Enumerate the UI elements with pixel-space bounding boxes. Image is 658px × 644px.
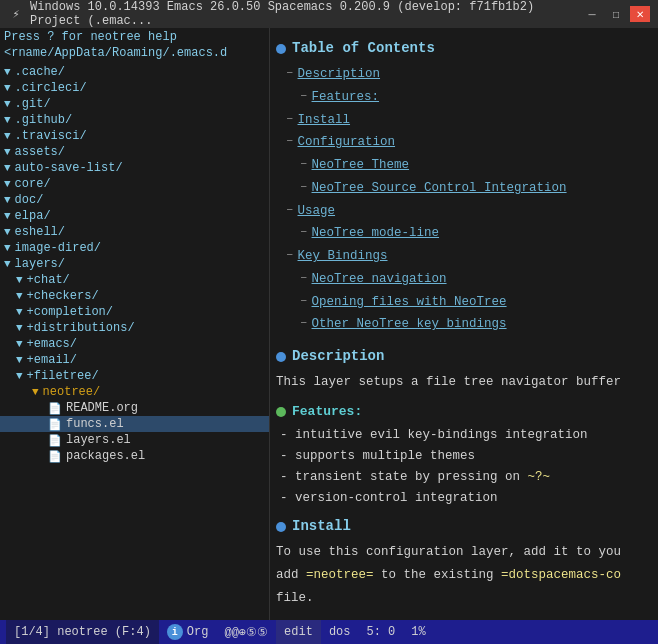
toc-title: Table of Contents <box>292 38 435 59</box>
content-panel[interactable]: Table of Contents – Description – Featur… <box>270 28 658 620</box>
tree-label: +email/ <box>27 353 77 367</box>
tree-folder-layers[interactable]: ▼ layers/ <box>0 256 269 272</box>
folder-icon: ▼ <box>4 130 11 142</box>
toc-link-neotree-sci[interactable]: NeoTree Source Control Integration <box>312 178 567 199</box>
folder-icon: ▼ <box>4 146 11 158</box>
tree-label: doc/ <box>15 193 44 207</box>
main-area: Press ? for neotree help <rname/AppData/… <box>0 28 658 620</box>
tree-folder-core[interactable]: ▼ core/ <box>0 176 269 192</box>
neotree-panel[interactable]: Press ? for neotree help <rname/AppData/… <box>0 28 270 620</box>
toc-item-install[interactable]: – Install <box>276 109 652 132</box>
toc-link-features[interactable]: Features: <box>312 87 380 108</box>
tree-label: layers/ <box>15 257 65 271</box>
status-buffer-text: neotree (F:4) <box>57 625 151 639</box>
tree-folder-email[interactable]: ▼ +email/ <box>0 352 269 368</box>
window-title: Windows 10.0.14393 Emacs 26.0.50 Spacema… <box>30 0 576 28</box>
tree-folder-completion[interactable]: ▼ +completion/ <box>0 304 269 320</box>
toc-bullet <box>276 44 286 54</box>
toc-link-usage[interactable]: Usage <box>298 201 336 222</box>
tree-label: README.org <box>66 401 138 415</box>
folder-icon: ▼ <box>16 322 23 334</box>
tree-label: +distributions/ <box>27 321 135 335</box>
toc-link-neotree-theme[interactable]: NeoTree Theme <box>312 155 410 176</box>
toc-item-modeline[interactable]: – NeoTree mode-line <box>276 222 652 245</box>
feature-item-4: - version-control integration <box>276 488 652 509</box>
toc-link-keybindings[interactable]: Key Bindings <box>298 246 388 267</box>
tree-folder-autosave[interactable]: ▼ auto-save-list/ <box>0 160 269 176</box>
tree-file-readme[interactable]: 📄 README.org <box>0 400 269 416</box>
toc-link-nav[interactable]: NeoTree navigation <box>312 269 447 290</box>
tree-folder-filetree[interactable]: ▼ +filetree/ <box>0 368 269 384</box>
description-title: Description <box>292 346 384 367</box>
tree-folder-checkers[interactable]: ▼ +checkers/ <box>0 288 269 304</box>
toc-link-install[interactable]: Install <box>298 110 351 131</box>
toc-item-features[interactable]: – Features: <box>276 86 652 109</box>
install-header: Install <box>276 516 652 537</box>
tree-folder-assets[interactable]: ▼ assets/ <box>0 144 269 160</box>
maximize-button[interactable]: □ <box>606 6 626 22</box>
install-text3: file. <box>276 587 652 610</box>
toc-link-description[interactable]: Description <box>298 64 381 85</box>
tree-label: elpa/ <box>15 209 51 223</box>
tree-folder-elpa[interactable]: ▼ elpa/ <box>0 208 269 224</box>
toc-link-other[interactable]: Other NeoTree key bindings <box>312 314 507 335</box>
toc-item-neotree-theme[interactable]: – NeoTree Theme <box>276 154 652 177</box>
tree-label: auto-save-list/ <box>15 161 123 175</box>
tree-folder-chat[interactable]: ▼ +chat/ <box>0 272 269 288</box>
toc-item-nav[interactable]: – NeoTree navigation <box>276 268 652 291</box>
neotree-help-text: Press ? for neotree help <box>0 28 269 46</box>
folder-icon: ▼ <box>4 178 11 190</box>
toc-item-config[interactable]: – Configuration <box>276 131 652 154</box>
toc-item-opening[interactable]: – Opening files with NeoTree <box>276 291 652 314</box>
toc-item-description[interactable]: – Description <box>276 63 652 86</box>
tree-folder-doc[interactable]: ▼ doc/ <box>0 192 269 208</box>
tree-folder-github[interactable]: ▼ .github/ <box>0 112 269 128</box>
status-dos-text: dos <box>329 625 351 639</box>
toc-item-usage[interactable]: – Usage <box>276 200 652 223</box>
tree-folder-circleci[interactable]: ▼ .circleci/ <box>0 80 269 96</box>
tree-folder-eshell[interactable]: ▼ eshell/ <box>0 224 269 240</box>
status-mode: edit <box>276 620 321 644</box>
status-position: [1/4] neotree (F:4) <box>6 620 159 644</box>
tree-label: packages.el <box>66 449 145 463</box>
tree-folder-travisci[interactable]: ▼ .travisci/ <box>0 128 269 144</box>
close-button[interactable]: ✕ <box>630 6 650 22</box>
tree-label: image-dired/ <box>15 241 101 255</box>
tree-folder-git[interactable]: ▼ .git/ <box>0 96 269 112</box>
description-header: Description <box>276 346 652 367</box>
install-text1: To use this configuration layer, add it … <box>276 541 652 564</box>
folder-open-icon: ▼ <box>16 370 23 382</box>
toc-link-opening[interactable]: Opening files with NeoTree <box>312 292 507 313</box>
folder-icon: ▼ <box>16 290 23 302</box>
tree-label: assets/ <box>15 145 65 159</box>
tree-file-funcs[interactable]: 📄 funcs.el <box>0 416 269 432</box>
status-icons-area: @@⊕⑤⑤ <box>216 620 276 644</box>
tree-label: .travisci/ <box>15 129 87 143</box>
statusbar: [1/4] neotree (F:4) i Org @@⊕⑤⑤ edit dos… <box>0 620 658 644</box>
file-icon: 📄 <box>48 418 62 431</box>
app-icon: ⚡ <box>8 6 24 22</box>
toc-link-modeline[interactable]: NeoTree mode-line <box>312 223 440 244</box>
tree-label: core/ <box>15 177 51 191</box>
toc-item-other[interactable]: – Other NeoTree key bindings <box>276 313 652 336</box>
toc-item-neotree-sci[interactable]: – NeoTree Source Control Integration <box>276 177 652 200</box>
tree-file-packages[interactable]: 📄 packages.el <box>0 448 269 464</box>
minimize-button[interactable]: ─ <box>582 6 602 22</box>
window-controls: ─ □ ✕ <box>582 6 650 22</box>
tree-folder-neotree[interactable]: ▼ neotree/ <box>0 384 269 400</box>
info-icon: i <box>167 624 183 640</box>
tree-label: .github/ <box>15 113 73 127</box>
tree-folder-cache[interactable]: ▼ .cache/ <box>0 64 269 80</box>
toc-item-keybindings[interactable]: – Key Bindings <box>276 245 652 268</box>
tree-folder-emacs[interactable]: ▼ +emacs/ <box>0 336 269 352</box>
toc-link-config[interactable]: Configuration <box>298 132 396 153</box>
tree-label: .git/ <box>15 97 51 111</box>
folder-open-icon: ▼ <box>32 386 39 398</box>
tree-file-layers[interactable]: 📄 layers.el <box>0 432 269 448</box>
tree-folder-distributions[interactable]: ▼ +distributions/ <box>0 320 269 336</box>
status-percent-text: 1% <box>411 625 425 639</box>
status-info: i Org <box>159 620 217 644</box>
tree-label: funcs.el <box>66 417 124 431</box>
tree-label: +chat/ <box>27 273 70 287</box>
tree-folder-imagedired[interactable]: ▼ image-dired/ <box>0 240 269 256</box>
